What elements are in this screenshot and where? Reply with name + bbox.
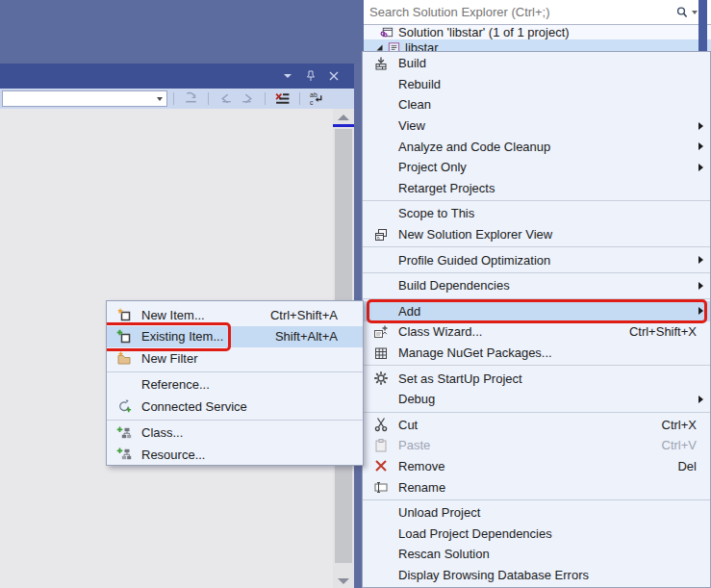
menu-item-project-only[interactable]: Project Only [363, 157, 710, 178]
menu-item-rescan-solution[interactable]: Rescan Solution [363, 544, 710, 565]
visual-studio-window: abc Solution 'libstar' (1 of 1 project) [0, 0, 711, 588]
close-icon[interactable] [327, 69, 341, 83]
menu-item-shortcut: Ctrl+X [662, 418, 697, 432]
menu-item-display-browsing-database-errors[interactable]: Display Browsing Database Errors [363, 565, 710, 586]
menu-item-shortcut: Ctrl+Shift+X [629, 324, 697, 339]
menu-item-new-item[interactable]: New Item...Ctrl+Shift+A [107, 304, 363, 326]
new-solution-explorer-view-icon [363, 227, 398, 243]
menu-item-label: Build Dependencies [398, 278, 697, 293]
remove-list-icon[interactable] [274, 91, 291, 107]
menu-item-shortcut: Shift+Alt+A [275, 329, 338, 344]
menu-item-rebuild[interactable]: Rebuild [363, 74, 710, 95]
menu-item-rename[interactable]: Rename [363, 476, 710, 498]
menu-item-retarget-projects[interactable]: Retarget Projects [363, 178, 710, 199]
expander-icon[interactable] [373, 41, 385, 51]
menu-item-paste[interactable]: PasteCtrl+V [363, 435, 710, 456]
menu-item-set-as-startup-project[interactable]: Set as StartUp Project [363, 368, 710, 389]
menu-item-new-filter[interactable]: New Filter [107, 347, 363, 370]
menu-item-shortcut: Ctrl+Shift+A [270, 308, 338, 322]
window-menu-chevron-icon[interactable] [281, 69, 294, 83]
paste-icon [363, 438, 398, 453]
cut-icon [363, 417, 398, 432]
menu-item-label: Resource... [141, 447, 338, 462]
menu-separator [363, 365, 710, 366]
class-icon [107, 425, 141, 441]
class-wizard-icon [363, 324, 398, 340]
window-edge-strip [698, 0, 707, 51]
menu-item-label: Class Wizard... [398, 324, 612, 339]
menu-item-add[interactable]: Add [363, 301, 710, 322]
menu-item-view[interactable]: View [363, 115, 710, 137]
menu-item-build-dependencies[interactable]: Build Dependencies [363, 275, 710, 296]
cpp-project-icon [387, 40, 401, 52]
menu-item-shortcut: Ctrl+V [662, 438, 697, 452]
project-label: libstar [405, 40, 439, 52]
submenu-arrow-icon [698, 256, 703, 264]
solution-icon [380, 25, 394, 39]
scroll-up-arrow-icon[interactable] [338, 115, 349, 120]
menu-separator [363, 499, 710, 500]
chevron-down-icon [692, 11, 698, 14]
search-row [364, 0, 711, 25]
tree-item-solution[interactable]: Solution 'libstar' (1 of 1 project) [364, 25, 711, 39]
navigate-forward-icon[interactable] [240, 91, 256, 107]
rename-icon [363, 479, 398, 495]
menu-item-label: Manage NuGet Packages... [398, 345, 697, 360]
tree-item-project[interactable]: libstar [364, 39, 711, 51]
menu-item-label: Analyze and Code Cleanup [398, 140, 697, 154]
menu-item-debug[interactable]: Debug [363, 389, 710, 410]
submenu-arrow-icon [698, 307, 703, 315]
search-icon [675, 6, 689, 19]
nuget-icon [363, 345, 398, 361]
new-item-icon [107, 307, 141, 322]
menu-item-label: Display Browsing Database Errors [398, 568, 697, 582]
solution-label: Solution 'libstar' (1 of 1 project) [398, 25, 570, 39]
build-icon [363, 56, 398, 71]
menu-item-label: Rescan Solution [398, 547, 697, 561]
menu-item-cut[interactable]: CutCtrl+X [363, 415, 710, 436]
menu-item-manage-nuget-packages[interactable]: Manage NuGet Packages... [363, 343, 710, 364]
menu-item-resource[interactable]: Resource... [107, 444, 363, 466]
scroll-down-arrow-icon[interactable] [338, 578, 349, 584]
menu-item-scope-to-this[interactable]: Scope to This [363, 203, 710, 224]
search-input[interactable] [364, 3, 675, 22]
menu-item-analyze-and-code-cleanup[interactable]: Analyze and Code Cleanup [363, 136, 710, 157]
menu-item-label: Build [398, 56, 697, 70]
menu-item-connected-service[interactable]: Connected Service [107, 396, 363, 418]
menu-item-label: Scope to This [398, 206, 697, 220]
menu-separator [363, 272, 710, 273]
menu-item-reference[interactable]: Reference... [107, 374, 363, 396]
submenu-arrow-icon [698, 122, 703, 130]
add-submenu: New Item...Ctrl+Shift+AExisting Item...S… [106, 300, 364, 466]
svg-text:c: c [310, 99, 314, 106]
menu-item-new-solution-explorer-view[interactable]: New Solution Explorer View [363, 224, 710, 245]
menu-item-label: New Solution Explorer View [398, 227, 697, 242]
menu-item-class-wizard[interactable]: Class Wizard...Ctrl+Shift+X [363, 321, 710, 343]
editor-scope-combobox[interactable] [2, 90, 167, 107]
editor-toolbar: abc [0, 89, 354, 109]
menu-item-remove[interactable]: RemoveDel [363, 456, 710, 477]
menu-item-label: Debug [398, 392, 697, 406]
menu-item-existing-item[interactable]: Existing Item...Shift+Alt+A [107, 326, 363, 348]
navigate-backward-icon[interactable] [217, 91, 234, 107]
menu-item-build[interactable]: Build [363, 53, 710, 74]
edit-marker-icon[interactable] [183, 91, 199, 107]
menu-item-label: Rebuild [398, 77, 697, 91]
menu-item-label: Reference... [141, 377, 338, 392]
new-filter-icon [107, 350, 141, 366]
toolbar-separator [208, 92, 209, 105]
menu-item-class[interactable]: Class... [107, 422, 363, 445]
menu-item-label: Rename [398, 480, 697, 495]
menu-item-shortcut: Del [677, 459, 697, 473]
menu-item-profile-guided-optimization[interactable]: Profile Guided Optimization [363, 249, 710, 270]
word-wrap-icon[interactable]: abc [309, 91, 325, 107]
menu-item-label: New Item... [141, 308, 253, 322]
pin-icon[interactable] [304, 69, 317, 83]
toolbar-separator [299, 92, 300, 105]
menu-item-label: Cut [398, 418, 645, 432]
menu-item-load-project-dependencies[interactable]: Load Project Dependencies [363, 523, 710, 544]
gear-icon [363, 371, 398, 386]
remove-icon [363, 458, 398, 473]
menu-item-unload-project[interactable]: Unload Project [363, 502, 710, 524]
menu-item-clean[interactable]: Clean [363, 94, 710, 115]
